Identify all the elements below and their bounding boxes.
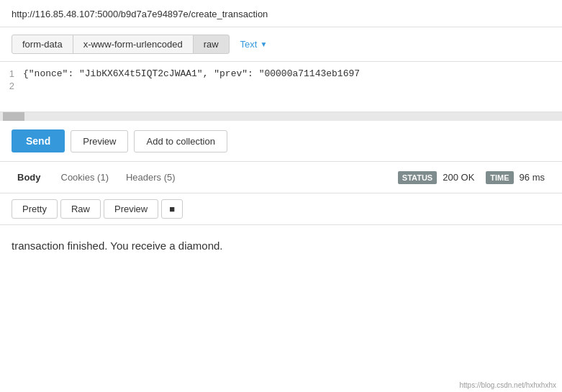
tab-headers[interactable]: Headers (5) [120,169,181,186]
scrollbar-thumb[interactable] [3,112,24,121]
response-body: transaction finished. You receive a diam… [0,225,562,259]
add-to-collection-button[interactable]: Add to collection [134,130,227,152]
copy-icon-btn[interactable]: ■ [161,199,183,219]
status-value: 200 OK [443,172,474,183]
time-label: TIME [486,171,513,184]
watermark: https://blog.csdn.net/hxhxhxhx [459,381,556,389]
line-content-1: {"nonce": "JibKX6X4t5IQT2cJWAA1", "prev"… [23,68,360,79]
pretty-btn[interactable]: Pretty [12,199,58,219]
preview-button[interactable]: Preview [71,130,128,152]
x-www-form-urlencoded-btn[interactable]: x-www-form-urlencoded [73,35,194,54]
tab-cookies[interactable]: Cookies (1) [55,169,114,186]
chevron-down-icon: ▼ [260,40,267,48]
preview-format-btn[interactable]: Preview [104,199,158,219]
line-number-1: 1 [0,68,23,79]
status-label: STATUS [398,171,437,184]
text-dropdown-btn[interactable]: Text ▼ [235,35,273,53]
line-number-2: 2 [0,81,23,91]
send-button[interactable]: Send [12,129,65,152]
format-bar: Pretty Raw Preview ■ [0,193,562,225]
status-area: STATUS 200 OK TIME 96 ms [398,171,550,184]
url-bar: http://116.85.48.107:5000/b9d7a7e94897e/… [0,0,562,27]
horizontal-scrollbar[interactable] [0,112,562,121]
response-header: Body Cookies (1) Headers (5) STATUS 200 … [0,162,562,193]
code-editor[interactable]: 1 {"nonce": "JibKX6X4t5IQT2cJWAA1", "pre… [0,62,562,112]
request-toolbar: form-data x-www-form-urlencoded raw Text… [0,27,562,62]
raw-format-btn[interactable]: Raw [60,199,101,219]
code-line-1: 1 {"nonce": "JibKX6X4t5IQT2cJWAA1", "pre… [0,68,562,80]
time-value: 96 ms [520,172,545,183]
url-text: http://116.85.48.107:5000/b9d7a7e94897e/… [12,9,268,19]
action-bar: Send Preview Add to collection [0,121,562,162]
response-text: transaction finished. You receive a diam… [12,240,550,252]
raw-btn[interactable]: raw [193,35,230,54]
form-data-btn[interactable]: form-data [12,35,73,54]
text-dropdown-label: Text [240,39,258,50]
code-line-2: 2 [0,80,562,92]
tab-body[interactable]: Body [12,169,47,186]
